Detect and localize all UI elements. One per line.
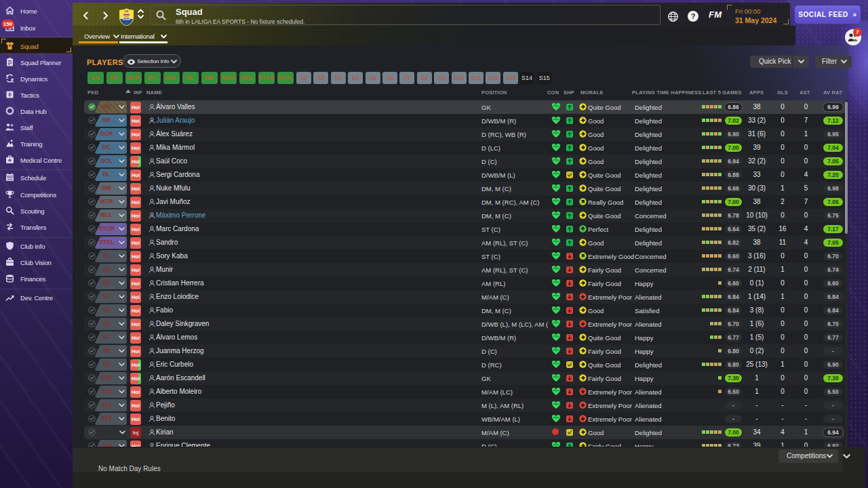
svg-text:UD: UD: [125, 9, 129, 13]
svg-text:?: ?: [691, 12, 696, 20]
